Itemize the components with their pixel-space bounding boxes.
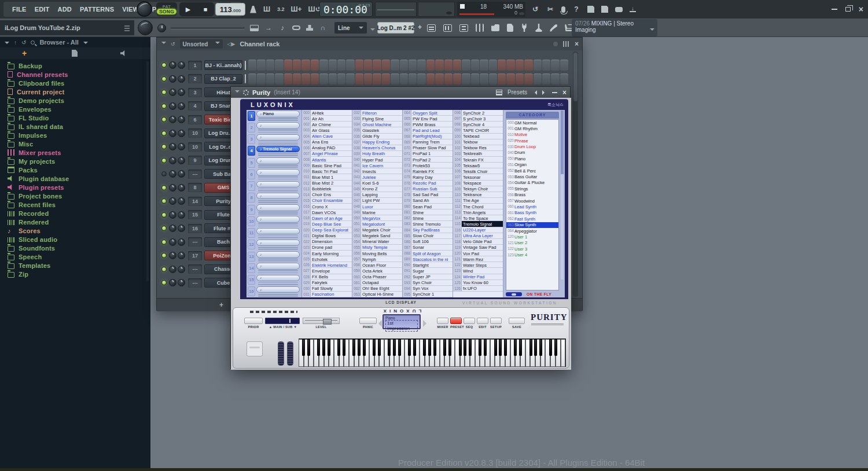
browser-item-recent-files[interactable]: Recent files bbox=[0, 200, 150, 209]
step-cell[interactable] bbox=[417, 73, 425, 84]
preset-item[interactable]: 017Dawn VCOs bbox=[302, 209, 352, 215]
mute-led[interactable] bbox=[161, 62, 167, 68]
preset-item[interactable]: 018Dawn of an Age bbox=[302, 215, 352, 221]
slot-button[interactable]: ♪ bbox=[256, 275, 300, 282]
browser-item-project-bones[interactable]: Project bones bbox=[0, 192, 150, 200]
preset-item[interactable]: 028FX Bells bbox=[302, 274, 352, 280]
piano-key-black[interactable] bbox=[534, 339, 537, 356]
mod-wheel[interactable] bbox=[287, 341, 293, 366]
pan-knob[interactable] bbox=[169, 102, 176, 110]
mixer-button[interactable] bbox=[437, 318, 448, 324]
volume-knob[interactable] bbox=[178, 279, 185, 286]
restore-icon[interactable] bbox=[845, 7, 851, 12]
preset-item[interactable]: 024Early Morning bbox=[302, 251, 352, 256]
piano-key-black[interactable] bbox=[388, 339, 391, 356]
slot-button[interactable]: ♪ bbox=[256, 181, 300, 188]
preset-item[interactable]: 016Crono X bbox=[302, 204, 352, 209]
purity-slot[interactable]: 8♪ bbox=[248, 192, 301, 204]
menu-add[interactable]: ADD bbox=[54, 6, 76, 13]
slot-volume-slider[interactable] bbox=[258, 200, 298, 201]
browser-item-fl-studio[interactable]: FL Studio bbox=[0, 113, 150, 122]
browser-item-demo-projects[interactable]: Demo projects bbox=[0, 96, 150, 105]
step-cell[interactable] bbox=[489, 60, 497, 71]
minimize-icon[interactable] bbox=[552, 92, 557, 93]
purity-slot[interactable]: 13♪ bbox=[248, 251, 301, 262]
preset-item[interactable]: 039Holy Breath bbox=[352, 151, 402, 157]
channel-button[interactable]: BJ Clap_2 bbox=[204, 74, 242, 84]
mute-led[interactable] bbox=[161, 226, 167, 231]
channel-number[interactable]: 4 bbox=[188, 101, 202, 111]
preset-item[interactable]: 077Russian Sub bbox=[403, 186, 453, 192]
channel-number[interactable]: --- bbox=[188, 278, 202, 288]
volume-knob[interactable] bbox=[178, 184, 185, 192]
preset-item[interactable]: 108Tekspace bbox=[453, 181, 503, 186]
menu-patterns[interactable]: PATTERNS bbox=[76, 6, 118, 13]
stop-button[interactable]: ■ bbox=[197, 2, 214, 16]
preset-item[interactable]: 091Sugar bbox=[403, 268, 453, 274]
menu-file[interactable]: FILE bbox=[8, 6, 31, 13]
category-item[interactable]: 055Strings bbox=[506, 186, 558, 192]
step-cell[interactable] bbox=[391, 73, 399, 84]
preset-item[interactable]: 119Vintage Saw Pad bbox=[453, 245, 503, 251]
step-cell[interactable] bbox=[435, 60, 443, 71]
category-item[interactable]: 062Fast Synth bbox=[506, 216, 558, 222]
preset-item[interactable]: 069Panning Trem bbox=[403, 139, 453, 145]
preset-item[interactable]: 043Julelee bbox=[352, 174, 402, 180]
step-cell[interactable] bbox=[471, 60, 479, 71]
slot-volume-slider[interactable] bbox=[258, 259, 298, 260]
step-cell[interactable] bbox=[301, 73, 310, 84]
typing-keyboard-icon[interactable] bbox=[250, 25, 259, 31]
browser-item-backup[interactable]: Backup bbox=[0, 61, 150, 70]
browser-item-recorded[interactable]: Recorded bbox=[0, 209, 150, 218]
step-cell[interactable] bbox=[266, 73, 274, 84]
slot-volume-slider[interactable] bbox=[258, 130, 298, 131]
slot-volume-slider[interactable] bbox=[258, 189, 298, 190]
step-cell[interactable] bbox=[311, 60, 319, 71]
step-cell[interactable] bbox=[275, 60, 283, 71]
preset-item[interactable]: 113Thin Angels bbox=[453, 209, 503, 215]
volume-knob[interactable] bbox=[178, 157, 185, 164]
preset-item[interactable]: 089Staccatos in the ni bbox=[403, 256, 453, 262]
browser-item-mixer-presets[interactable]: Mixer presets bbox=[0, 148, 150, 157]
preset-item[interactable]: 115Tremolo Signal bbox=[453, 221, 503, 227]
search-icon[interactable] bbox=[31, 41, 35, 45]
preset-item[interactable]: 090Starlight bbox=[403, 262, 453, 268]
volume-knob[interactable] bbox=[178, 170, 185, 178]
slot-pan-slider[interactable] bbox=[258, 273, 298, 274]
preset-item[interactable]: 025Echotek bbox=[302, 256, 352, 262]
chevron-down-icon[interactable] bbox=[161, 42, 166, 46]
step-cell[interactable] bbox=[534, 73, 542, 84]
category-item[interactable]: 063Slow Synth bbox=[506, 222, 558, 228]
category-item[interactable]: 064Arpeggiator bbox=[506, 228, 558, 234]
purity-slot[interactable]: 1♪Piano bbox=[248, 110, 301, 122]
channel-number[interactable]: --- bbox=[188, 237, 202, 246]
preset-item[interactable]: 122Water Steps bbox=[453, 262, 503, 268]
preset-item[interactable]: 059Octa Artek bbox=[352, 268, 402, 274]
slot-volume-slider[interactable] bbox=[258, 153, 298, 154]
preset-item[interactable]: 123Wind bbox=[453, 268, 503, 274]
add-pattern-button[interactable]: + bbox=[418, 23, 422, 31]
mute-led[interactable] bbox=[161, 253, 167, 258]
preset-item[interactable]: 120Vox Pad bbox=[453, 251, 503, 256]
preset-item[interactable]: 065PW Env Pad bbox=[403, 116, 453, 122]
preset-item[interactable]: 071ProPad 1 bbox=[403, 151, 453, 157]
volume-knob[interactable] bbox=[178, 116, 185, 123]
piano-key-black[interactable] bbox=[322, 339, 325, 356]
undo-icon[interactable]: ↺ bbox=[531, 5, 539, 14]
slot-pan-slider[interactable] bbox=[258, 132, 298, 133]
step-cell[interactable] bbox=[453, 60, 461, 71]
step-cell[interactable] bbox=[489, 73, 497, 84]
category-item[interactable]: 123User 4 bbox=[506, 252, 558, 258]
preset-item[interactable]: 099TAPE CHOIR bbox=[453, 127, 503, 133]
chevron-down-icon[interactable] bbox=[235, 90, 240, 95]
mute-led[interactable] bbox=[161, 171, 167, 176]
preset-item[interactable]: 106Teksilk Choir bbox=[453, 168, 503, 174]
slot-volume-slider[interactable] bbox=[258, 282, 298, 284]
chevron-down-icon[interactable] bbox=[83, 42, 88, 46]
step-cell[interactable] bbox=[311, 73, 319, 84]
channel-number[interactable]: --- bbox=[188, 170, 202, 179]
preset-item[interactable]: 058Ocean Floor bbox=[352, 262, 402, 268]
preset-item[interactable]: 034Ghost Machine bbox=[352, 122, 402, 127]
piano-key-black[interactable] bbox=[433, 339, 436, 356]
pattern-minimap[interactable] bbox=[418, 2, 455, 17]
